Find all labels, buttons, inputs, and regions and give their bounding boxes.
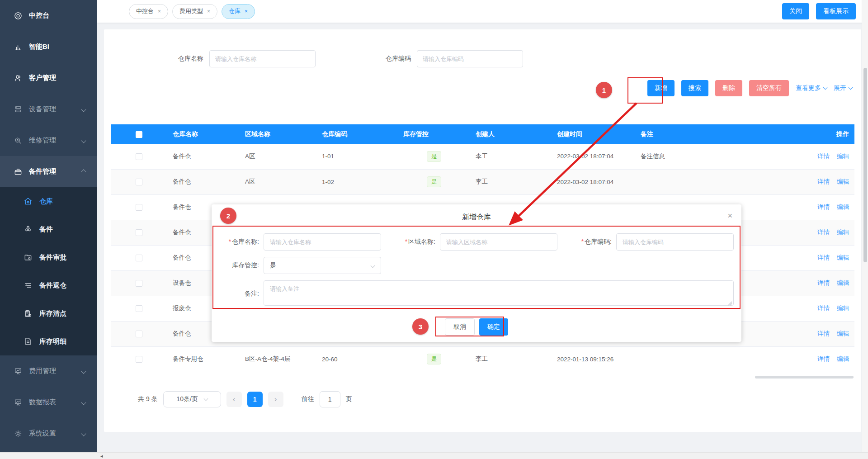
detail-link[interactable]: 详情 <box>817 153 830 160</box>
board-display-button[interactable]: 看板展示 <box>816 3 856 19</box>
modal-warehouse-code-input[interactable] <box>616 233 734 251</box>
current-page[interactable]: 1 <box>247 392 263 407</box>
remark-textarea[interactable] <box>264 280 734 306</box>
sidebar-item-parts-approval[interactable]: 备件审批 <box>0 243 97 271</box>
tab-warehouse[interactable]: 仓库 × <box>222 4 255 19</box>
edit-link[interactable]: 编辑 <box>837 279 849 286</box>
edit-link[interactable]: 编辑 <box>837 229 849 236</box>
modal-area-name-input[interactable] <box>440 233 557 251</box>
delete-button[interactable]: 删除 <box>715 80 742 96</box>
row-checkbox[interactable] <box>136 280 142 287</box>
expenses-icon <box>14 367 23 376</box>
tab-expense-type[interactable]: 费用类型 × <box>172 4 217 19</box>
sidebar-item-expenses[interactable]: 费用管理 <box>0 355 97 387</box>
edit-link[interactable]: 编辑 <box>837 203 849 210</box>
prev-page-button[interactable]: ‹ <box>226 392 242 407</box>
table-horizontal-scrollbar-thumb[interactable] <box>755 376 854 379</box>
col-create-time: 创建时间 <box>552 124 635 144</box>
close-icon[interactable]: × <box>158 8 161 14</box>
detail-link[interactable]: 详情 <box>817 178 830 185</box>
chevron-down-icon <box>371 264 375 268</box>
row-checkbox[interactable] <box>136 153 142 160</box>
detail-link[interactable]: 详情 <box>817 229 830 236</box>
detail-link[interactable]: 详情 <box>817 330 830 337</box>
close-icon[interactable]: × <box>245 8 248 14</box>
add-button[interactable]: 新增 <box>647 80 675 96</box>
sidebar-item-bi[interactable]: 智能BI <box>0 31 97 62</box>
edit-link[interactable]: 编辑 <box>837 178 849 185</box>
warehouse-code-input[interactable] <box>417 50 523 67</box>
approval-icon <box>24 253 33 262</box>
sidebar-item-parts-return[interactable]: 备件返仓 <box>0 271 97 299</box>
close-icon[interactable]: × <box>207 8 210 14</box>
expand-link[interactable]: 展开 <box>834 84 852 92</box>
row-checkbox[interactable] <box>136 255 142 261</box>
row-checkbox[interactable] <box>136 356 142 363</box>
warehouse-name-label: 仓库名称 <box>178 55 203 63</box>
stock-control-tag: 是 <box>427 354 442 365</box>
row-checkbox[interactable] <box>136 305 142 312</box>
modal-warehouse-name-input[interactable] <box>264 233 381 251</box>
search-button[interactable]: 搜索 <box>681 80 708 96</box>
warehouse-name-field-label: *仓库名称: <box>223 238 264 246</box>
edit-link[interactable]: 编辑 <box>837 355 849 362</box>
cancel-button[interactable]: 取消 <box>445 318 475 336</box>
sidebar-item-spare-parts[interactable]: 备件管理 <box>0 156 97 187</box>
vertical-scrollbar[interactable] <box>862 0 868 452</box>
chevron-down-icon <box>81 107 86 112</box>
stock-control-select[interactable]: 是 <box>264 257 381 274</box>
sidebar-item-settings[interactable]: 系统设置 <box>0 418 97 449</box>
chevron-down-icon <box>81 400 86 405</box>
page-size-select[interactable]: 10条/页 <box>163 391 221 407</box>
sidebar: 中控台 智能BI 客户管理 设备管理 维修管理 备件管理 仓库 备件 备件审批 <box>0 0 97 452</box>
detail-icon <box>24 337 33 346</box>
sidebar-item-label: 设备管理 <box>29 105 56 114</box>
sidebar-item-label: 库存明细 <box>39 337 66 346</box>
sidebar-item-devices[interactable]: 设备管理 <box>0 94 97 125</box>
goto-page-input[interactable] <box>320 391 340 407</box>
warehouse-code-field-label: *仓库编码: <box>576 238 616 246</box>
row-checkbox[interactable] <box>136 331 142 337</box>
sidebar-item-maintenance[interactable]: 维修管理 <box>0 125 97 156</box>
chevron-down-icon <box>81 431 86 436</box>
spare-parts-icon <box>14 167 23 176</box>
sidebar-item-stock-detail[interactable]: 库存明细 <box>0 327 97 355</box>
warehouse-name-input[interactable] <box>209 50 316 67</box>
sidebar-item-console[interactable]: 中控台 <box>0 0 97 31</box>
sidebar-item-reports[interactable]: 数据报表 <box>0 387 97 418</box>
scroll-left-icon[interactable]: ◂ <box>100 454 103 459</box>
reports-icon <box>14 398 23 407</box>
select-all-checkbox[interactable] <box>136 131 142 138</box>
resize-handle-icon[interactable] <box>728 299 732 304</box>
next-page-button[interactable]: › <box>268 392 283 407</box>
clear-all-button[interactable]: 清空所有 <box>749 80 789 96</box>
sidebar-item-parts[interactable]: 备件 <box>0 215 97 243</box>
confirm-button[interactable]: 确定 <box>479 318 508 336</box>
return-icon <box>24 281 33 290</box>
row-checkbox[interactable] <box>136 179 142 185</box>
col-creator: 创建人 <box>470 124 552 144</box>
view-more-link[interactable]: 查看更多 <box>796 84 827 92</box>
sidebar-item-label: 备件返仓 <box>39 281 66 290</box>
close-page-button[interactable]: 关闭 <box>782 3 809 19</box>
detail-link[interactable]: 详情 <box>817 305 830 312</box>
row-checkbox[interactable] <box>136 229 142 236</box>
sidebar-item-customers[interactable]: 客户管理 <box>0 62 97 94</box>
detail-link[interactable]: 详情 <box>817 203 830 210</box>
edit-link[interactable]: 编辑 <box>837 305 849 312</box>
edit-link[interactable]: 编辑 <box>837 330 849 337</box>
vertical-scrollbar-thumb[interactable] <box>863 68 867 262</box>
sidebar-item-label: 客户管理 <box>29 74 56 82</box>
sidebar-item-warehouse[interactable]: 仓库 <box>0 187 97 215</box>
edit-link[interactable]: 编辑 <box>837 254 849 261</box>
detail-link[interactable]: 详情 <box>817 254 830 261</box>
row-checkbox[interactable] <box>136 204 142 211</box>
sidebar-item-stocktake[interactable]: 库存清点 <box>0 299 97 327</box>
edit-link[interactable]: 编辑 <box>837 153 849 160</box>
detail-link[interactable]: 详情 <box>817 279 830 286</box>
tab-console[interactable]: 中控台 × <box>129 4 168 19</box>
horizontal-scrollbar[interactable]: ◂ <box>0 452 868 459</box>
close-icon[interactable]: × <box>727 212 732 220</box>
topbar: 中控台 × 费用类型 × 仓库 × 关闭 看板展示 <box>97 0 868 23</box>
detail-link[interactable]: 详情 <box>817 355 830 362</box>
